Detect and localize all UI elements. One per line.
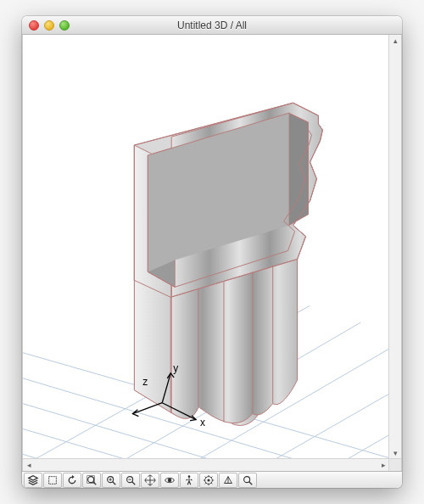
find-icon[interactable] bbox=[238, 473, 257, 488]
3d-viewport[interactable]: x y z ▴ ▾ ◂ ▸ bbox=[22, 35, 402, 471]
selection-box-icon[interactable] bbox=[43, 473, 62, 488]
svg-point-29 bbox=[188, 475, 191, 478]
minimize-button[interactable] bbox=[44, 20, 54, 31]
zoom-out-icon[interactable] bbox=[121, 473, 140, 488]
axis-x-label: x bbox=[200, 417, 205, 428]
bottom-toolbar bbox=[22, 471, 402, 488]
app-window: Untitled 3D / All bbox=[22, 16, 402, 488]
pan-icon[interactable] bbox=[141, 473, 159, 488]
walk-icon[interactable] bbox=[180, 473, 198, 488]
titlebar[interactable]: Untitled 3D / All bbox=[22, 16, 402, 35]
refresh-icon[interactable] bbox=[63, 473, 81, 488]
horizontal-scrollbar[interactable]: ◂ ▸ bbox=[23, 458, 389, 471]
svg-line-21 bbox=[113, 481, 116, 484]
scroll-up-arrow[interactable]: ▴ bbox=[389, 35, 401, 47]
svg-point-17 bbox=[88, 476, 94, 482]
traffic-lights bbox=[22, 20, 70, 31]
svg-point-32 bbox=[244, 476, 250, 482]
close-button[interactable] bbox=[29, 20, 39, 31]
layers-icon[interactable] bbox=[24, 473, 42, 488]
svg-rect-16 bbox=[49, 476, 57, 484]
render-mode-icon[interactable] bbox=[219, 473, 237, 488]
svg-line-33 bbox=[249, 481, 253, 484]
camera-settings-icon[interactable] bbox=[199, 473, 218, 488]
vertical-scrollbar[interactable]: ▴ ▾ bbox=[388, 35, 401, 459]
window-title: Untitled 3D / All bbox=[22, 20, 402, 31]
zoom-button[interactable] bbox=[59, 20, 70, 31]
scroll-left-arrow[interactable]: ◂ bbox=[23, 459, 35, 471]
resize-corner[interactable] bbox=[388, 458, 401, 471]
axis-z bbox=[132, 403, 162, 414]
axis-z-label: z bbox=[142, 376, 148, 388]
svg-line-25 bbox=[132, 481, 136, 484]
svg-point-31 bbox=[207, 479, 209, 481]
zoom-in-icon[interactable] bbox=[102, 473, 120, 488]
axis-y-label: y bbox=[173, 362, 178, 374]
scroll-right-arrow[interactable]: ▸ bbox=[377, 459, 389, 471]
scroll-down-arrow[interactable]: ▾ bbox=[389, 447, 401, 459]
3d-model[interactable] bbox=[134, 103, 322, 425]
orbit-icon[interactable] bbox=[160, 473, 179, 488]
zoom-to-fit-icon[interactable] bbox=[82, 473, 101, 488]
viewport-canvas[interactable]: x y z bbox=[23, 35, 401, 471]
svg-point-28 bbox=[168, 478, 171, 481]
